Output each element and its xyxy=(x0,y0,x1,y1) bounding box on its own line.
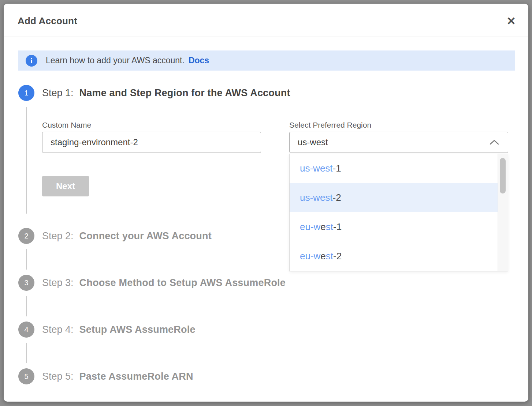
step-1-badge: 1 xyxy=(18,85,34,101)
option-text-segment: -2 xyxy=(333,192,341,203)
step-row-4: 4 Step 4: Setup AWS AssumeRole xyxy=(18,322,196,338)
step-5-badge: 5 xyxy=(18,368,34,384)
step-2-prefix: Step 2: xyxy=(42,230,74,242)
close-icon[interactable]: ✕ xyxy=(505,15,518,28)
modal-title: Add Account xyxy=(18,15,77,27)
region-option-eu-west-1[interactable]: eu-west-1 xyxy=(290,212,498,241)
region-option-us-west-1[interactable]: us-west-1 xyxy=(290,154,498,183)
chevron-up-icon[interactable] xyxy=(486,132,502,153)
region-option-eu-west-2[interactable]: eu-west-2 xyxy=(290,241,498,271)
custom-name-input[interactable] xyxy=(42,132,261,153)
option-text-segment: -2 xyxy=(333,251,342,262)
step-4-prefix: Step 4: xyxy=(42,324,74,335)
info-banner: i Learn how to add your AWS account. Doc… xyxy=(18,50,515,71)
step-connector-2-3 xyxy=(26,249,27,270)
docs-link[interactable]: Docs xyxy=(189,56,209,65)
option-text-segment: -1 xyxy=(333,163,341,174)
option-text-segment: st xyxy=(326,251,333,262)
region-dropdown-panel: us-west-1 us-west-2 eu-west-1 eu-west-2 xyxy=(289,154,508,271)
info-icon: i xyxy=(26,55,37,67)
option-text-segment: -1 xyxy=(333,221,342,233)
next-button[interactable]: Next xyxy=(42,176,89,196)
step-5-prefix: Step 5: xyxy=(42,371,74,382)
option-text-segment: st xyxy=(326,221,333,233)
option-text-segment: us-west xyxy=(300,192,333,203)
step-1-title: Name and Step Region for the AWS Account xyxy=(79,87,290,99)
region-combobox xyxy=(289,132,508,153)
step-connector-3-4 xyxy=(26,296,27,316)
step-4-badge: 4 xyxy=(18,322,34,338)
step-3-prefix: Step 3: xyxy=(42,277,74,289)
step-3-title: Choose Method to Setup AWS AssumeRole xyxy=(79,277,286,289)
option-text-segment: us-west xyxy=(300,163,333,174)
add-account-modal: Add Account ✕ i Learn how to add your AW… xyxy=(4,4,528,402)
option-text-segment: eu-w xyxy=(300,251,320,262)
step-row-2: 2 Step 2: Connect your AWS Account xyxy=(18,228,212,244)
step-row-5: 5 Step 5: Paste AssumeRole ARN xyxy=(18,368,193,384)
dropdown-scrollbar-thumb[interactable] xyxy=(500,158,506,193)
step-4-title: Setup AWS AssumeRole xyxy=(79,324,196,335)
step-1-prefix: Step 1: xyxy=(42,87,74,99)
step-row-1: 1 Step 1: Name and Step Region for the A… xyxy=(18,85,290,101)
step-row-3: 3 Step 3: Choose Method to Setup AWS Ass… xyxy=(18,275,286,291)
option-text-segment: e xyxy=(320,221,325,233)
banner-text: Learn how to add your AWS account. xyxy=(46,56,185,65)
dropdown-scrollbar-track[interactable] xyxy=(498,154,508,271)
option-text-segment: e xyxy=(320,251,325,262)
option-text-segment: eu-w xyxy=(300,221,320,233)
step-connector-4-5 xyxy=(26,343,27,363)
step-2-title: Connect your AWS Account xyxy=(79,230,212,242)
screen-background: Add Account ✕ i Learn how to add your AW… xyxy=(0,0,532,406)
region-input[interactable] xyxy=(289,132,508,153)
step-2-badge: 2 xyxy=(18,228,34,244)
region-label: Select Preferred Region xyxy=(289,121,371,129)
step-3-badge: 3 xyxy=(18,275,34,291)
step-connector-1-2 xyxy=(26,107,27,214)
region-option-us-west-2[interactable]: us-west-2 xyxy=(290,183,498,212)
step-5-title: Paste AssumeRole ARN xyxy=(79,371,193,382)
header-divider xyxy=(4,37,528,37)
custom-name-label: Custom Name xyxy=(42,121,91,129)
